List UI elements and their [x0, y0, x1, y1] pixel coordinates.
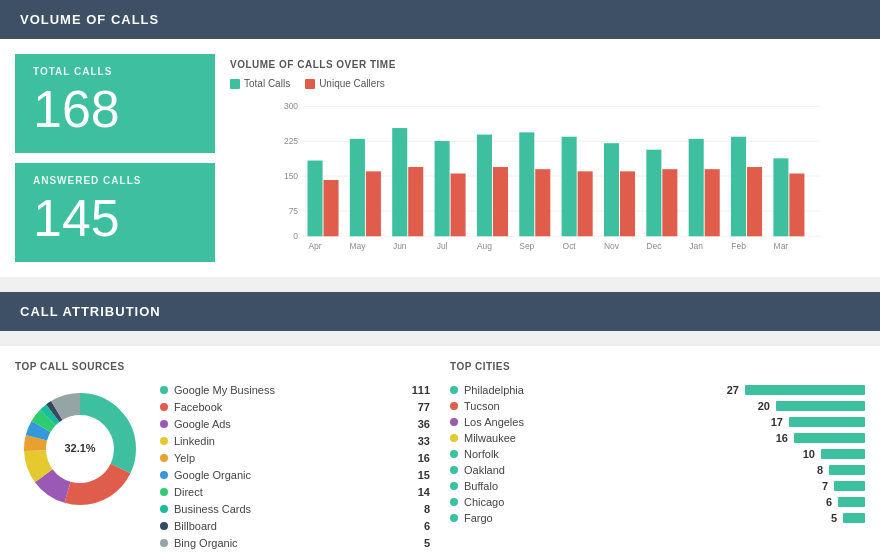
source-count: 36	[405, 418, 430, 430]
bar-jul-total	[435, 141, 450, 236]
svg-text:Sep: Sep	[519, 241, 534, 251]
city-count: 10	[795, 448, 815, 460]
answered-calls-value: 145	[33, 190, 197, 247]
svg-text:Apr: Apr	[308, 241, 321, 251]
source-name: Bing Organic	[174, 537, 405, 549]
city-count: 5	[817, 512, 837, 524]
donut-svg: 32.1%	[15, 384, 145, 514]
city-name: Los Angeles	[464, 416, 757, 428]
city-bar	[843, 513, 865, 523]
city-dot	[450, 466, 458, 474]
source-dot	[160, 403, 168, 411]
bar-apr-unique	[324, 180, 339, 236]
city-item: Tucson 20	[450, 400, 865, 412]
source-item: Linkedin 33	[160, 435, 430, 447]
svg-text:75: 75	[289, 206, 299, 216]
cities-subtitle: TOP CITIES	[450, 361, 865, 372]
city-item: Buffalo 7	[450, 480, 865, 492]
source-count: 14	[405, 486, 430, 498]
city-count: 6	[812, 496, 832, 508]
unique-callers-legend-label: Unique Callers	[319, 78, 385, 89]
svg-text:Nov: Nov	[604, 241, 620, 251]
city-item: Fargo 5	[450, 512, 865, 524]
bar-jan-total	[689, 139, 704, 236]
bar-may-total	[350, 139, 365, 236]
attribution-title: CALL ATTRIBUTION	[20, 304, 161, 319]
source-count: 77	[405, 401, 430, 413]
source-name: Facebook	[174, 401, 405, 413]
total-calls-legend-dot	[230, 79, 240, 89]
svg-text:Dec: Dec	[646, 241, 662, 251]
svg-text:Jan: Jan	[689, 241, 703, 251]
source-item: Yelp 16	[160, 452, 430, 464]
bar-jun-unique	[408, 167, 423, 236]
sources-layout: 32.1% Google My Business 111 Facebook 77…	[15, 384, 430, 552]
source-item: Google Organic 15	[160, 469, 430, 481]
svg-text:0: 0	[293, 231, 298, 241]
svg-text:225: 225	[284, 136, 298, 146]
source-dot	[160, 471, 168, 479]
city-count: 7	[808, 480, 828, 492]
city-count: 16	[768, 432, 788, 444]
city-item: Philadelphia 27	[450, 384, 865, 396]
attribution-section: CALL ATTRIBUTION TOP CALL SOURCES	[0, 292, 880, 552]
bar-jul-unique	[451, 174, 466, 237]
source-dot	[160, 539, 168, 547]
city-name: Norfolk	[464, 448, 789, 460]
cities-panel: TOP CITIES Philadelphia 27 Tucson 20 Los…	[450, 361, 865, 552]
svg-text:32.1%: 32.1%	[64, 442, 95, 454]
city-dot	[450, 434, 458, 442]
cities-list: Philadelphia 27 Tucson 20 Los Angeles 17…	[450, 384, 865, 524]
city-name: Buffalo	[464, 480, 802, 492]
bar-sep-unique	[535, 169, 550, 236]
call-sources-subtitle: TOP CALL SOURCES	[15, 361, 430, 372]
total-calls-legend-label: Total Calls	[244, 78, 290, 89]
city-dot	[450, 450, 458, 458]
volume-chart-area: VOLUME OF CALLS OVER TIME Total Calls Un…	[230, 54, 865, 262]
chart-legend: Total Calls Unique Callers	[230, 78, 865, 89]
city-count: 17	[763, 416, 783, 428]
city-count: 27	[719, 384, 739, 396]
source-item: Direct 14	[160, 486, 430, 498]
source-name: Google Ads	[174, 418, 405, 430]
bar-nov-unique	[620, 171, 635, 236]
answered-calls-label: ANSWERED CALLS	[33, 175, 197, 186]
svg-text:Oct: Oct	[563, 241, 577, 251]
source-dot	[160, 420, 168, 428]
city-bar	[776, 401, 865, 411]
city-bar	[794, 433, 865, 443]
volume-header: VOLUME OF CALLS	[0, 0, 880, 39]
bar-jan-unique	[705, 169, 720, 236]
source-count: 6	[405, 520, 430, 532]
city-dot	[450, 514, 458, 522]
source-dot	[160, 505, 168, 513]
bar-oct-total	[562, 137, 577, 237]
city-item: Chicago 6	[450, 496, 865, 508]
city-name: Oakland	[464, 464, 797, 476]
source-name: Billboard	[174, 520, 405, 532]
source-name: Google Organic	[174, 469, 405, 481]
city-bar	[829, 465, 865, 475]
volume-section: VOLUME OF CALLS TOTAL CALLS 168 ANSWERED…	[0, 0, 880, 277]
bar-dec-total	[646, 150, 661, 237]
bar-aug-unique	[493, 167, 508, 236]
bar-mar-total	[773, 158, 788, 236]
city-count: 20	[750, 400, 770, 412]
source-item: Google My Business 111	[160, 384, 430, 396]
source-count: 33	[405, 435, 430, 447]
bar-apr-total	[308, 161, 323, 237]
city-item: Milwaukee 16	[450, 432, 865, 444]
source-dot	[160, 437, 168, 445]
city-item: Oakland 8	[450, 464, 865, 476]
source-item: Google Ads 36	[160, 418, 430, 430]
answered-calls-card: ANSWERED CALLS 145	[15, 163, 215, 262]
city-count: 8	[803, 464, 823, 476]
chart-title: VOLUME OF CALLS OVER TIME	[230, 59, 865, 70]
city-name: Philadelphia	[464, 384, 713, 396]
source-dot	[160, 522, 168, 530]
city-dot	[450, 402, 458, 410]
city-name: Milwaukee	[464, 432, 762, 444]
source-name: Direct	[174, 486, 405, 498]
source-count: 16	[405, 452, 430, 464]
city-bar	[789, 417, 865, 427]
